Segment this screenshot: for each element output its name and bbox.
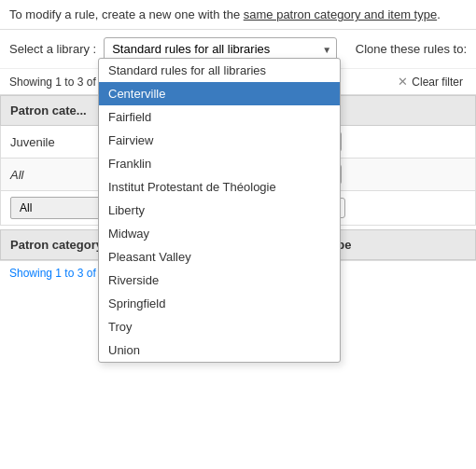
- dropdown-item[interactable]: Fairview: [99, 129, 340, 152]
- dropdown-item[interactable]: Franklin: [99, 152, 340, 175]
- dropdown-item[interactable]: Centerville: [99, 82, 340, 105]
- dropdown-item[interactable]: Springfield: [99, 292, 340, 315]
- dropdown-item[interactable]: Riverside: [99, 269, 340, 292]
- dropdown-item[interactable]: Troy: [99, 315, 340, 338]
- clear-filter-label: Clear filter: [412, 76, 463, 89]
- dropdown-item[interactable]: Standard rules for all libraries: [99, 59, 340, 82]
- dropdown-item[interactable]: Pleasant Valley: [99, 245, 340, 269]
- clone-label: Clone these rules to:: [356, 42, 467, 56]
- top-notice: To modify a rule, create a new one with …: [0, 0, 476, 30]
- showing-text: Showing 1 to 3 of 3: [9, 76, 105, 89]
- x-icon: ✕: [398, 75, 408, 89]
- clear-filter-button[interactable]: ✕ Clear filter: [394, 73, 467, 90]
- dropdown-item[interactable]: Liberty: [99, 199, 340, 222]
- library-dropdown: Standard rules for all librariesCentervi…: [98, 58, 341, 363]
- dropdown-item[interactable]: Institut Protestant de Théologie: [99, 175, 340, 199]
- library-label: Select a library :: [9, 42, 96, 56]
- dropdown-item[interactable]: Fairfield: [99, 105, 340, 129]
- dropdown-item[interactable]: Midway: [99, 222, 340, 245]
- notice-underline: same patron category and item type: [244, 7, 437, 21]
- dropdown-item[interactable]: Union: [99, 338, 340, 362]
